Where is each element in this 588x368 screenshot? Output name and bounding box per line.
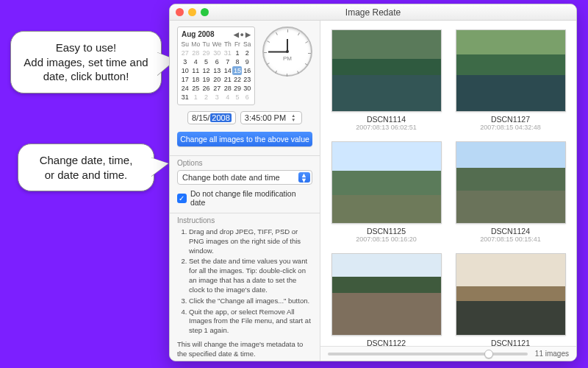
calendar-day[interactable]: 10 xyxy=(180,66,190,75)
calendar-month-label: Aug 2008 xyxy=(182,30,214,38)
thumbnail-image[interactable] xyxy=(331,141,442,224)
thumbnail-name: DSCN1122 xyxy=(331,339,442,346)
calendar-day[interactable]: 12 xyxy=(201,66,211,75)
thumbnail-name: DSCN1124 xyxy=(455,227,566,236)
calendar-day[interactable]: 4 xyxy=(190,57,201,66)
calendar-day[interactable]: 14 xyxy=(223,66,232,75)
thumbnail[interactable]: DSCN11252007:08:15 00:16:20 xyxy=(331,141,442,243)
thumbnail-date: 2007:08:15 04:32:48 xyxy=(455,124,566,131)
calendar-day[interactable]: 1 xyxy=(232,49,242,57)
calendar-prev-icon[interactable]: ◀ xyxy=(234,31,239,38)
callout-text: Change date, time,or date and time. xyxy=(40,154,133,181)
app-window: Image Redate Aug 2008 ◀ ● ▶ SuMoTuWeThFr… xyxy=(169,4,577,361)
time-stepper[interactable]: ▲ ▼ xyxy=(289,113,298,122)
calendar-next-icon[interactable]: ▶ xyxy=(245,31,251,38)
callout-change-options: Change date, time,or date and time. xyxy=(18,144,154,191)
calendar-day[interactable]: 9 xyxy=(242,57,252,66)
calendar-day[interactable]: 24 xyxy=(180,84,190,93)
calendar-day[interactable]: 3 xyxy=(180,57,190,66)
calendar-day[interactable]: 13 xyxy=(211,66,223,75)
thumbnail[interactable]: DSCN11142007:08:13 06:02:51 xyxy=(331,29,442,131)
zoom-slider[interactable] xyxy=(328,353,528,355)
thumbnail-gallery[interactable]: DSCN11142007:08:13 06:02:51DSCN11272007:… xyxy=(320,21,576,346)
calendar-day[interactable]: 30 xyxy=(242,84,252,93)
datetime-row: 8/15/2008 3:45:00 PM ▲ ▼ xyxy=(177,111,312,124)
callout-tail xyxy=(151,158,168,177)
calendar-day[interactable]: 6 xyxy=(242,93,252,102)
date-year-selected: 2008 xyxy=(210,113,231,122)
instruction-step: Click the "Change all images..." button. xyxy=(189,297,312,306)
calendar-day[interactable]: 7 xyxy=(223,57,232,66)
calendar-day[interactable]: 30 xyxy=(211,49,223,57)
clock-center xyxy=(286,50,289,53)
calendar-day[interactable]: 28 xyxy=(190,49,201,57)
calendar-grid[interactable]: SuMoTuWeThFrSa 2728293031123456789101112… xyxy=(180,40,252,102)
thumbnail-image[interactable] xyxy=(456,29,566,112)
calendar-day[interactable]: 8 xyxy=(232,57,242,66)
calendar-day[interactable]: 1 xyxy=(190,93,201,102)
thumbnail-image[interactable] xyxy=(331,253,442,336)
calendar-day[interactable]: 2 xyxy=(201,93,211,102)
calendar-day[interactable]: 22 xyxy=(232,75,242,84)
thumbnail-name: DSCN1125 xyxy=(331,227,442,236)
calendar-day[interactable]: 4 xyxy=(223,93,232,102)
clock-tick xyxy=(297,71,299,74)
calendar-day[interactable]: 17 xyxy=(180,75,190,84)
calendar-day[interactable]: 20 xyxy=(211,75,223,84)
calendar-day[interactable]: 26 xyxy=(201,84,211,93)
calendar-weekday: Th xyxy=(223,40,232,49)
calendar-day[interactable]: 28 xyxy=(223,84,232,93)
calendar-day[interactable]: 16 xyxy=(242,66,252,75)
calendar-today-icon[interactable]: ● xyxy=(240,31,244,38)
calendar-weekday: Fr xyxy=(232,40,242,49)
calendar-day[interactable]: 29 xyxy=(232,84,242,93)
calendar-day[interactable]: 27 xyxy=(180,49,190,57)
clock-tick xyxy=(298,32,300,35)
change-mode-select[interactable]: Change both date and time ▲▼ xyxy=(177,170,312,185)
calendar-nav: ◀ ● ▶ xyxy=(234,31,251,38)
calendar-day[interactable]: 29 xyxy=(201,49,211,57)
clock-tick xyxy=(276,32,278,35)
stepper-down-icon[interactable]: ▼ xyxy=(289,118,298,122)
calendar-day[interactable]: 2 xyxy=(242,49,252,57)
calendar-day[interactable]: 25 xyxy=(190,84,201,93)
thumbnail[interactable]: DSCN11272007:08:15 04:32:48 xyxy=(455,29,566,131)
calendar-day[interactable]: 5 xyxy=(232,93,242,102)
thumbnail[interactable]: DSCN11242007:08:15 00:15:41 xyxy=(455,141,566,243)
calendar-day[interactable]: 3 xyxy=(211,93,223,102)
zoom-slider-knob[interactable] xyxy=(484,350,493,358)
calendar-day[interactable]: 15 xyxy=(232,66,242,75)
analog-clock[interactable]: PM xyxy=(262,26,312,77)
thumbnail[interactable]: DSCN11212007:08:14 19:36:13 xyxy=(455,253,566,346)
instructions-header: Instructions xyxy=(177,216,312,224)
calendar-day[interactable]: 23 xyxy=(242,75,252,84)
calendar-day[interactable]: 6 xyxy=(211,57,223,66)
calendar-day[interactable]: 18 xyxy=(190,75,201,84)
callout-easy-to-use: Easy to use!Add images, set time and dat… xyxy=(10,31,162,93)
thumbnail[interactable]: DSCN11222007:08:15 00:06:21 xyxy=(331,253,442,346)
calendar-day[interactable]: 19 xyxy=(201,75,211,84)
callout-text: Easy to use!Add images, set time and dat… xyxy=(24,41,148,82)
calendar-day[interactable]: 31 xyxy=(180,93,190,102)
calendar-day[interactable]: 27 xyxy=(211,84,223,93)
window-title: Image Redate xyxy=(170,7,576,18)
time-field[interactable]: 3:45:00 PM ▲ ▼ xyxy=(240,111,302,124)
thumbnail-image[interactable] xyxy=(456,253,566,336)
calendar[interactable]: Aug 2008 ◀ ● ▶ SuMoTuWeThFrSa 2728293031… xyxy=(177,26,255,105)
calendar-day[interactable]: 31 xyxy=(223,49,232,57)
thumbnail-date: 2007:08:13 06:02:51 xyxy=(331,124,442,131)
clock-tick xyxy=(267,63,270,65)
preserve-mod-date-checkbox[interactable]: ✓ xyxy=(177,194,187,203)
calendar-day[interactable]: 21 xyxy=(223,75,232,84)
thumbnail-image[interactable] xyxy=(456,141,566,224)
change-all-button[interactable]: Change all images to the above value xyxy=(177,132,312,146)
clock-tick xyxy=(305,41,308,43)
date-field[interactable]: 8/15/2008 xyxy=(187,111,236,124)
thumbnail-image[interactable] xyxy=(331,29,442,112)
instruction-step: Quit the app, or select Remove All Image… xyxy=(189,308,312,336)
clock-tick xyxy=(308,53,311,54)
clock-tick xyxy=(287,74,287,77)
instruction-step: Set the date and time values you want fo… xyxy=(189,257,312,294)
calendar-day[interactable]: 11 xyxy=(190,66,201,75)
calendar-day[interactable]: 5 xyxy=(201,57,211,66)
